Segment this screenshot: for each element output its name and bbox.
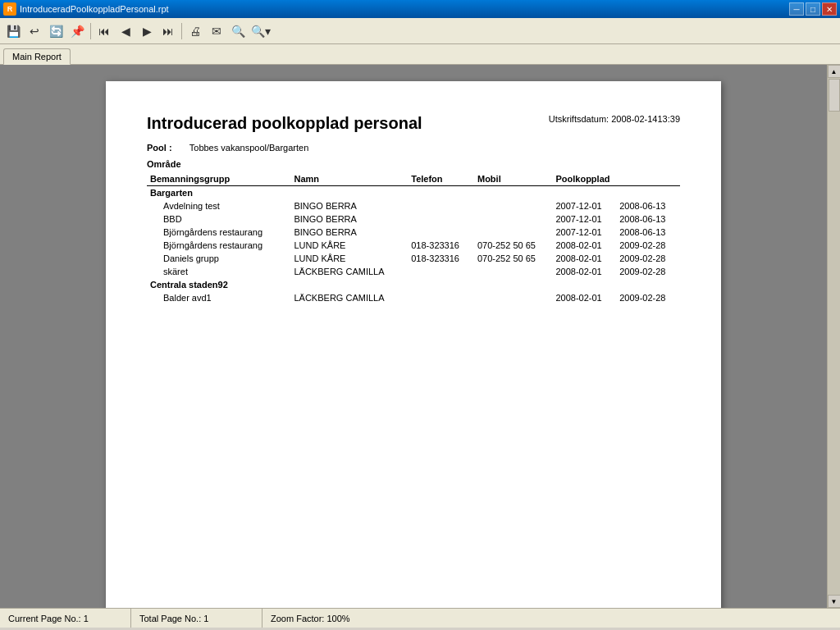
tab-main-report[interactable]: Main Report [3,48,71,65]
search-dropdown-button[interactable]: 🔍▾ [249,21,272,41]
minimize-button[interactable]: ─ [789,2,804,16]
table-row: Björngårdens restaurangLUND KÅRE018-3233… [147,239,680,252]
email-button[interactable]: ✉ [207,21,226,41]
separator-1 [90,23,91,39]
next-page-button[interactable]: ▶ [137,21,157,41]
status-bar: Current Page No.: 1 Total Page No.: 1 Zo… [0,608,840,628]
toolbar: 💾 ↩ 🔄 📌 ⏮ ◀ ▶ ⏭ 🖨 ✉ 🔍 🔍▾ [0,18,840,44]
col-telefon: Telefon [408,172,474,186]
report-pool: Pool : Tobbes vakanspool/Bargarten [147,143,680,153]
first-page-button[interactable]: ⏮ [94,21,114,41]
table-row: Daniels gruppLUND KÅRE018-323316070-252 … [147,252,680,265]
table-row: skäretLÄCKBERG CAMILLA2008-02-012009-02-… [147,265,680,278]
table-row: BBDBINGO BERRA2007-12-012008-06-13 [147,212,680,226]
report-date: Utskriftsdatum: 2008-02-1413:39 [549,114,680,124]
print-date-label: Utskriftsdatum: [549,114,609,124]
report-header: Introducerad poolkopplad personal Utskri… [147,114,680,133]
col-poolkopplad: Poolkopplad [552,172,680,186]
table-row: Björngårdens restaurangBINGO BERRA2007-1… [147,226,680,239]
separator-2 [181,23,182,39]
pool-value: Tobbes vakanspool/Bargarten [189,143,309,153]
search-button[interactable]: 🔍 [228,21,248,41]
col-mobil: Mobil [474,172,553,186]
scrollbar: ▲ ▼ [827,65,840,608]
title-bar: R IntroduceradPoolkoppladPersonal.rpt ─ … [0,0,840,18]
print-date-value: 2008-02-14 [611,114,657,124]
title-bar-left: R IntroduceradPoolkoppladPersonal.rpt [3,2,169,16]
table-row: Balder avd1LÄCKBERG CAMILLA2008-02-01200… [147,291,680,304]
group-label: Centrala staden92 [147,278,680,291]
scroll-down-button[interactable]: ▼ [828,595,841,608]
app-icon: R [3,2,16,16]
report-title: Introducerad poolkopplad personal [147,114,422,133]
zoom-section: Zoom Factor: 100% [262,609,394,628]
scroll-thumb[interactable] [829,79,840,112]
report-table: Bemanningsgrupp Namn Telefon Mobil Poolk… [147,172,680,304]
maximize-button[interactable]: □ [806,2,820,16]
report-page: Introducerad poolkopplad personal Utskri… [106,81,721,608]
refresh-button[interactable]: 🔄 [46,21,66,41]
total-page-label: Total Page No.: 1 [139,614,208,623]
prev-page-button[interactable]: ◀ [116,21,135,41]
last-page-button[interactable]: ⏭ [158,21,178,41]
window-title: IntroduceradPoolkoppladPersonal.rpt [20,4,169,14]
col-namn: Namn [290,172,408,186]
col-bemanningsgrupp: Bemanningsgrupp [147,172,290,186]
total-page-section: Total Page No.: 1 [131,609,262,628]
undo-button[interactable]: ↩ [25,21,44,41]
scroll-track[interactable] [828,78,840,595]
table-row: Avdelning testBINGO BERRA2007-12-012008-… [147,199,680,212]
tab-bar: Main Report [0,44,840,65]
print-button[interactable]: 🖨 [185,21,205,41]
save-button[interactable]: 💾 [3,21,23,41]
close-button[interactable]: ✕ [822,2,837,16]
content-area: Introducerad poolkopplad personal Utskri… [0,65,840,608]
current-page-section: Current Page No.: 1 [0,609,131,628]
pool-label: Pool : [147,143,172,153]
print-time-value: 13:39 [657,114,680,124]
area-label: Område [147,159,680,169]
scroll-up-button[interactable]: ▲ [828,65,841,78]
scroll-content[interactable]: Introducerad poolkopplad personal Utskri… [0,65,827,608]
current-page-label: Current Page No.: 1 [8,614,89,623]
pin-button[interactable]: 📌 [67,21,87,41]
group-label: Bargarten [147,186,680,200]
title-bar-controls: ─ □ ✕ [789,2,837,16]
zoom-label: Zoom Factor: 100% [271,614,350,623]
